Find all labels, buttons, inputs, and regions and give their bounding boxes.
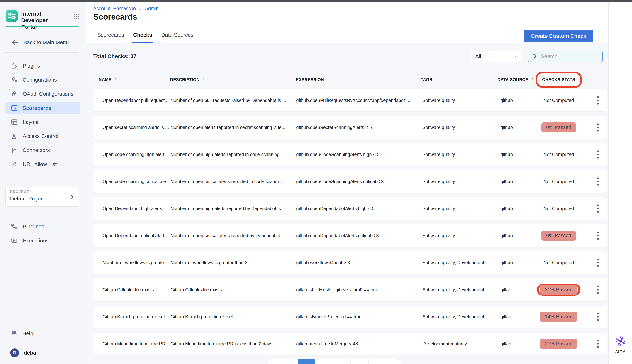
pipeline-icon <box>10 222 18 230</box>
tab-scorecards[interactable]: Scorecards <box>97 32 125 43</box>
search-box[interactable] <box>528 50 602 62</box>
sidebar-item-connectors[interactable]: Connectors <box>6 144 81 156</box>
pagination-page[interactable] <box>390 360 401 364</box>
pagination-page[interactable] <box>351 360 369 364</box>
apps-grid-icon[interactable] <box>73 10 80 21</box>
tab-data-sources[interactable]: Data Sources <box>161 32 194 43</box>
check-stats-cell: Not Computed <box>528 98 589 103</box>
check-expression-cell: gitlab.isBranchProtected == true <box>294 314 421 320</box>
checks-stats-text: Not Computed <box>543 260 574 266</box>
back-to-main-menu[interactable]: Back to Main Menu <box>11 38 69 47</box>
sidebar-item-access-control[interactable]: Access Control <box>6 130 81 142</box>
chevron-right-icon <box>138 6 142 10</box>
check-expression-cell: github.openDependabotAlerts.high < 5 <box>294 206 421 211</box>
pagination-page-active[interactable] <box>298 360 315 364</box>
check-tags-cell: Development maturity <box>421 341 497 346</box>
check-description-cell: Number of open high alerts reported by D… <box>169 206 294 211</box>
checks-stats-badge: 21% Passed <box>540 285 577 294</box>
check-stats-cell: 0% Passed <box>528 122 589 132</box>
check-name-cell: Open Dependabot pull request... <box>93 98 169 103</box>
table-row[interactable]: Open code scanning critical ale...Number… <box>93 170 607 192</box>
user-menu[interactable]: D deba <box>10 347 36 359</box>
create-custom-check-button[interactable]: Create Custom Check <box>524 30 593 42</box>
row-actions-kebab[interactable] <box>596 311 600 322</box>
check-description-cell: Number of open alerts reported in secret… <box>169 125 294 130</box>
sidebar-item-label: URL Allow List <box>23 161 57 168</box>
table-row[interactable]: Open secret scanning alerts is ...Number… <box>93 116 607 138</box>
check-datasource-cell: github <box>497 125 528 130</box>
row-actions-kebab[interactable] <box>596 338 600 350</box>
project-selector[interactable]: PROJECT Default Project <box>6 186 79 207</box>
checks-stats-text: Not Computed <box>543 152 574 157</box>
filter-dropdown[interactable]: All <box>470 50 522 62</box>
check-name-cell: Open secret scanning alerts is ... <box>93 125 169 130</box>
pagination-page[interactable] <box>369 360 390 364</box>
pagination-page[interactable] <box>315 360 332 364</box>
row-actions-kebab[interactable] <box>596 230 600 241</box>
check-datasource-cell: gitlab <box>497 341 528 346</box>
row-actions-kebab[interactable] <box>596 176 600 187</box>
table-row[interactable]: Number of workflows is greate...Number o… <box>93 252 607 274</box>
check-datasource-cell: github <box>497 98 528 103</box>
row-actions-kebab[interactable] <box>596 284 600 295</box>
breadcrumb-account-link[interactable]: Account: Harness.io <box>93 6 136 11</box>
check-expression-cell: github.openPullRequestsByAccount."app/de… <box>294 98 421 103</box>
help-label: Help <box>22 330 33 336</box>
check-datasource-cell: github <box>497 152 528 157</box>
table-row[interactable]: GitLab Gitleaks file existsGitLab Gitlea… <box>93 278 607 301</box>
table-row[interactable]: Open Dependabot critical alert...Number … <box>93 224 607 247</box>
check-stats-cell: Not Computed <box>528 152 589 157</box>
column-header-data-source[interactable]: DATA SOURCE <box>497 77 528 82</box>
sort-icon[interactable] <box>202 77 206 82</box>
pagination-page[interactable] <box>332 360 351 364</box>
sidebar-item-label: Configurations <box>23 77 57 83</box>
sidebar-divider <box>6 52 79 53</box>
sidebar-item-url-allow-list[interactable]: URL Allow List <box>6 158 81 171</box>
idp-logo-icon <box>6 10 18 22</box>
sidebar-item-oauth-configurations[interactable]: OAuth Configurations <box>6 88 81 100</box>
sidebar-item-label: Executions <box>23 238 49 244</box>
table-row[interactable]: Open Dependabot high alerts i...Number o… <box>93 197 607 220</box>
sort-icon[interactable] <box>114 77 118 82</box>
play-square-icon <box>10 237 18 245</box>
layout-icon <box>10 118 18 126</box>
sidebar-item-pipelines[interactable]: Pipelines <box>6 220 81 233</box>
table-row[interactable]: Open code scanning high alert...Number o… <box>93 143 607 166</box>
check-tags-cell: Software quality <box>421 179 497 184</box>
check-datasource-cell: github <box>497 179 528 184</box>
aida-flower-icon <box>614 334 627 348</box>
breadcrumb: Account: Harness.io Admin <box>93 6 158 11</box>
sidebar-item-configurations[interactable]: Configurations <box>6 74 81 86</box>
arrow-left-icon <box>11 38 19 46</box>
check-expression-cell: github.openCodeScanningAlerts.critical <… <box>294 179 421 184</box>
column-header-description[interactable]: DESCRIPTION <box>169 77 294 82</box>
row-actions-kebab[interactable] <box>596 122 600 133</box>
user-name: deba <box>24 350 36 356</box>
column-header-name[interactable]: NAME <box>93 77 169 82</box>
row-actions-kebab[interactable] <box>596 149 600 160</box>
sidebar-item-executions[interactable]: Executions <box>6 234 81 247</box>
check-description-cell: Number of open pull requests raised by D… <box>169 98 294 103</box>
aida-button[interactable]: AIDA <box>608 334 632 354</box>
sidebar-item-plugins[interactable]: Plugins <box>6 60 81 72</box>
pagination-page[interactable] <box>268 360 298 364</box>
breadcrumb-admin-link[interactable]: Admin <box>145 6 159 11</box>
check-description-cell: GitLab Gitleaks file exists <box>169 287 294 292</box>
sidebar-item-scorecards[interactable]: Scorecards <box>6 102 81 114</box>
check-datasource-cell: github <box>497 206 528 211</box>
checks-stats-badge: 21% Passed <box>540 339 577 349</box>
check-stats-cell: Not Computed <box>528 260 589 266</box>
column-label: TAGS <box>421 77 432 82</box>
search-input[interactable] <box>541 53 598 60</box>
check-expression-cell: github.openDependabotAlerts.critical < 3 <box>294 233 421 238</box>
project-name: Default Project <box>10 196 74 202</box>
row-actions-kebab[interactable] <box>596 257 600 268</box>
tab-checks[interactable]: Checks <box>133 32 153 43</box>
sidebar-item-layout[interactable]: Layout <box>6 116 81 128</box>
table-row[interactable]: GitLab Branch protection is setGitLab Br… <box>93 306 607 328</box>
help-button[interactable]: ? Help <box>11 328 33 339</box>
row-actions-kebab[interactable] <box>596 95 600 106</box>
table-row[interactable]: Open Dependabot pull request...Number of… <box>93 89 607 112</box>
row-actions-kebab[interactable] <box>596 203 600 214</box>
table-row[interactable]: GitLab Mean time to merge PR ...GitLab M… <box>93 332 607 355</box>
